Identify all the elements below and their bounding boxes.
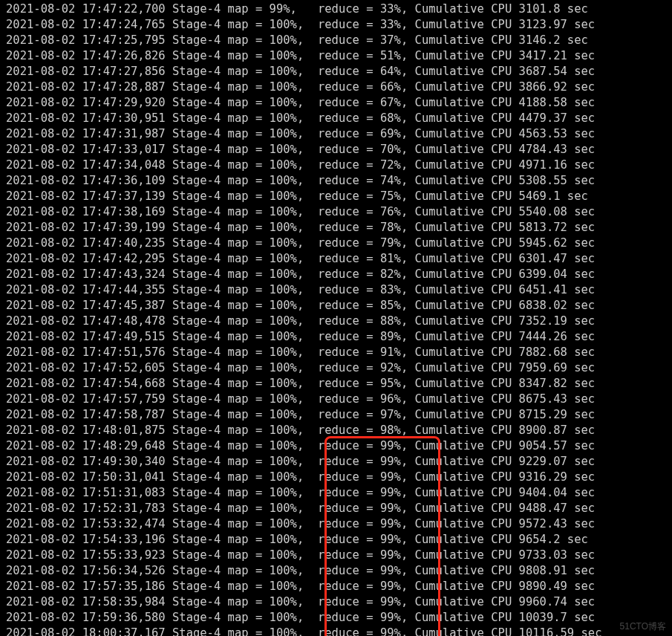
log-line: 2021-08-02 17:47:37,139 Stage-4 map = 10… bbox=[6, 189, 666, 204]
log-line: 2021-08-02 17:47:27,856 Stage-4 map = 10… bbox=[6, 64, 666, 80]
log-line: 2021-08-02 17:47:57,759 Stage-4 map = 10… bbox=[6, 392, 666, 407]
log-line: 2021-08-02 17:47:29,920 Stage-4 map = 10… bbox=[6, 95, 666, 111]
terminal-output[interactable]: 2021-08-02 17:47:22,700 Stage-4 map = 99… bbox=[0, 0, 672, 636]
log-line: 2021-08-02 17:47:44,355 Stage-4 map = 10… bbox=[6, 282, 666, 298]
log-line: 2021-08-02 17:47:34,048 Stage-4 map = 10… bbox=[6, 158, 666, 173]
log-line: 2021-08-02 17:49:30,340 Stage-4 map = 10… bbox=[6, 454, 666, 470]
log-line: 2021-08-02 17:47:36,109 Stage-4 map = 10… bbox=[6, 173, 666, 189]
log-line: 2021-08-02 17:47:43,324 Stage-4 map = 10… bbox=[6, 267, 666, 282]
log-line: 2021-08-02 17:51:31,083 Stage-4 map = 10… bbox=[6, 485, 666, 501]
log-line: 2021-08-02 17:56:34,526 Stage-4 map = 10… bbox=[6, 563, 666, 579]
log-line: 2021-08-02 17:50:31,041 Stage-4 map = 10… bbox=[6, 470, 666, 485]
log-line: 2021-08-02 17:47:52,605 Stage-4 map = 10… bbox=[6, 360, 666, 376]
log-line: 2021-08-02 17:53:32,474 Stage-4 map = 10… bbox=[6, 516, 666, 532]
log-line: 2021-08-02 17:57:35,186 Stage-4 map = 10… bbox=[6, 579, 666, 594]
log-line: 2021-08-02 17:47:24,765 Stage-4 map = 10… bbox=[6, 17, 666, 33]
log-line: 2021-08-02 17:47:39,199 Stage-4 map = 10… bbox=[6, 220, 666, 236]
log-line: 2021-08-02 17:47:22,700 Stage-4 map = 99… bbox=[6, 1, 666, 17]
log-line: 2021-08-02 17:47:30,951 Stage-4 map = 10… bbox=[6, 111, 666, 126]
log-line: 2021-08-02 17:58:35,984 Stage-4 map = 10… bbox=[6, 594, 666, 610]
log-line: 2021-08-02 17:47:48,478 Stage-4 map = 10… bbox=[6, 314, 666, 329]
log-line: 2021-08-02 17:48:29,648 Stage-4 map = 10… bbox=[6, 438, 666, 454]
log-line: 2021-08-02 17:55:33,923 Stage-4 map = 10… bbox=[6, 548, 666, 563]
log-line: 2021-08-02 17:47:38,169 Stage-4 map = 10… bbox=[6, 204, 666, 220]
log-line: 2021-08-02 18:00:37,167 Stage-4 map = 10… bbox=[6, 626, 666, 636]
log-line: 2021-08-02 17:52:31,783 Stage-4 map = 10… bbox=[6, 501, 666, 516]
log-line: 2021-08-02 17:47:51,576 Stage-4 map = 10… bbox=[6, 345, 666, 360]
log-line: 2021-08-02 17:47:28,887 Stage-4 map = 10… bbox=[6, 80, 666, 95]
log-line: 2021-08-02 17:47:42,295 Stage-4 map = 10… bbox=[6, 251, 666, 267]
log-line: 2021-08-02 17:48:01,875 Stage-4 map = 10… bbox=[6, 423, 666, 438]
log-line: 2021-08-02 17:54:33,196 Stage-4 map = 10… bbox=[6, 532, 666, 548]
log-line: 2021-08-02 17:47:40,235 Stage-4 map = 10… bbox=[6, 236, 666, 251]
log-line: 2021-08-02 17:47:49,515 Stage-4 map = 10… bbox=[6, 329, 666, 345]
log-line: 2021-08-02 17:47:31,987 Stage-4 map = 10… bbox=[6, 126, 666, 142]
log-line: 2021-08-02 17:47:45,387 Stage-4 map = 10… bbox=[6, 298, 666, 314]
log-line: 2021-08-02 17:59:36,580 Stage-4 map = 10… bbox=[6, 610, 666, 626]
log-line: 2021-08-02 17:47:58,787 Stage-4 map = 10… bbox=[6, 407, 666, 423]
log-line: 2021-08-02 17:47:33,017 Stage-4 map = 10… bbox=[6, 142, 666, 158]
log-line: 2021-08-02 17:47:54,668 Stage-4 map = 10… bbox=[6, 376, 666, 392]
log-line: 2021-08-02 17:47:25,795 Stage-4 map = 10… bbox=[6, 33, 666, 48]
log-line: 2021-08-02 17:47:26,826 Stage-4 map = 10… bbox=[6, 48, 666, 64]
